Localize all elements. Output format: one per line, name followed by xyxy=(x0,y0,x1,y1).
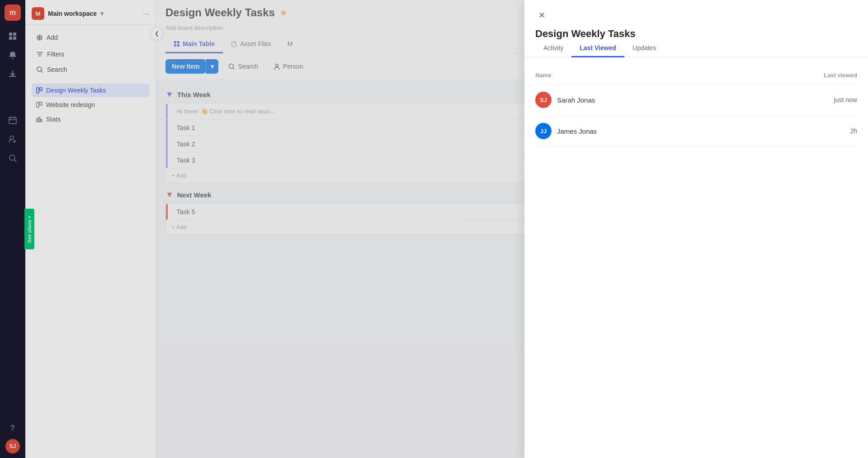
sidebar-actions: ⊕ Add Filters Search xyxy=(25,25,156,81)
main-table-tab[interactable]: Main Table xyxy=(165,36,223,53)
add-user-icon[interactable] xyxy=(5,131,21,147)
panel-tabs: Activity Last Viewed Updates xyxy=(535,40,857,57)
add-icon: ⊕ xyxy=(36,33,43,42)
sarah-jonas-row: SJ Sarah Jonas just now xyxy=(535,84,857,116)
file-icon xyxy=(231,41,237,47)
svg-rect-5 xyxy=(9,117,16,124)
this-week-title: This Week xyxy=(177,91,211,98)
sidebar: See plans + M Main workspace ▾ ··· ❮ ⊕ A… xyxy=(25,0,156,458)
grid-icon[interactable] xyxy=(5,28,21,44)
sidebar-header: M Main workspace ▾ ··· xyxy=(25,0,156,25)
search-sidebar-icon xyxy=(36,66,43,73)
table-icon xyxy=(174,41,180,47)
sidebar-collapse-button[interactable]: ❮ xyxy=(151,27,163,40)
james-last-viewed: 2h xyxy=(850,127,857,135)
workspace-chevron: ▾ xyxy=(100,10,104,17)
next-week-collapse-icon[interactable]: ▼ xyxy=(165,190,174,200)
sidebar-item-website-redesign[interactable]: Website redesign xyxy=(32,98,150,112)
svg-rect-1 xyxy=(13,33,16,36)
download-icon[interactable] xyxy=(5,66,21,82)
search-icon[interactable] xyxy=(5,150,21,166)
panel-close-button[interactable]: ✕ xyxy=(535,9,548,22)
svg-rect-12 xyxy=(40,102,42,105)
svg-rect-3 xyxy=(13,37,16,40)
app-logo[interactable]: m xyxy=(5,5,21,21)
sidebar-item-design-weekly-tasks[interactable]: Design Weekly Tasks xyxy=(32,84,150,97)
sidebar-nav: Design Weekly Tasks Website redesign Sta… xyxy=(25,81,156,458)
svg-point-4 xyxy=(12,58,14,60)
filters-button[interactable]: Filters xyxy=(32,47,150,61)
svg-rect-18 xyxy=(174,44,176,47)
svg-rect-10 xyxy=(40,88,42,91)
last-viewed-column-header: Last viewed xyxy=(824,72,857,79)
bell-icon[interactable] xyxy=(5,47,21,63)
panel-table-header: Name Last viewed xyxy=(535,68,857,84)
svg-rect-15 xyxy=(41,119,42,122)
workspace-icon: M xyxy=(32,7,44,20)
svg-rect-16 xyxy=(174,41,176,43)
svg-point-6 xyxy=(10,136,14,140)
workspace-selector[interactable]: M Main workspace ▾ xyxy=(32,7,104,20)
user-avatar[interactable]: SJ xyxy=(5,439,20,453)
stats-icon xyxy=(36,116,42,122)
add-button[interactable]: ⊕ Add xyxy=(32,29,150,46)
name-column-header: Name xyxy=(535,72,551,79)
workspace-name: Main workspace xyxy=(48,10,97,17)
sarah-avatar: SJ xyxy=(535,92,552,108)
person-filter-button[interactable]: Person xyxy=(268,60,308,73)
updates-tab[interactable]: Updates xyxy=(624,40,664,57)
search-toolbar-button[interactable]: Search xyxy=(223,60,263,73)
james-name: James Jonas xyxy=(557,127,597,135)
svg-rect-11 xyxy=(37,102,39,107)
svg-rect-9 xyxy=(37,88,39,93)
sarah-name: Sarah Jonas xyxy=(557,96,595,104)
activity-panel: ✕ Design Weekly Tasks Activity Last View… xyxy=(524,0,868,458)
icon-bar: m xyxy=(0,0,25,458)
activity-tab[interactable]: Activity xyxy=(535,40,571,57)
svg-rect-13 xyxy=(37,118,38,122)
more-tab[interactable]: M xyxy=(279,36,301,53)
person-icon xyxy=(274,63,280,70)
search-toolbar-icon xyxy=(228,63,235,70)
board-outline-icon xyxy=(36,102,42,108)
new-item-button[interactable]: New Item xyxy=(165,59,206,74)
svg-rect-14 xyxy=(39,117,40,122)
new-item-dropdown[interactable]: ▾ xyxy=(206,59,218,74)
svg-rect-17 xyxy=(177,41,179,43)
sidebar-item-stats[interactable]: Stats xyxy=(32,112,150,126)
james-avatar: JJ xyxy=(535,123,552,139)
star-icon[interactable]: ★ xyxy=(279,7,288,18)
sarah-last-viewed: just now xyxy=(834,96,857,103)
calendar-icon[interactable] xyxy=(5,112,21,128)
svg-rect-19 xyxy=(177,44,179,47)
search-button[interactable]: Search xyxy=(32,63,150,76)
panel-body: Name Last viewed SJ Sarah Jonas just now… xyxy=(524,57,868,458)
last-viewed-tab[interactable]: Last Viewed xyxy=(571,40,624,57)
filters-icon xyxy=(36,51,43,58)
james-jonas-row: JJ James Jonas 2h xyxy=(535,116,857,147)
board-icon xyxy=(36,87,42,93)
panel-title: Design Weekly Tasks xyxy=(535,28,857,40)
svg-rect-2 xyxy=(9,37,12,40)
asset-files-tab[interactable]: Asset Files xyxy=(223,36,279,53)
next-week-title: Next Week xyxy=(177,191,212,199)
see-plans-tab[interactable]: See plans + xyxy=(24,209,34,249)
panel-header: ✕ Design Weekly Tasks Activity Last View… xyxy=(524,0,868,57)
this-week-collapse-icon[interactable]: ▼ xyxy=(165,90,174,99)
sidebar-more-button[interactable]: ··· xyxy=(143,9,150,19)
help-icon[interactable]: ? xyxy=(5,420,21,436)
svg-rect-0 xyxy=(9,33,12,36)
svg-point-21 xyxy=(275,64,278,67)
board-title: Design Weekly Tasks xyxy=(165,6,275,19)
